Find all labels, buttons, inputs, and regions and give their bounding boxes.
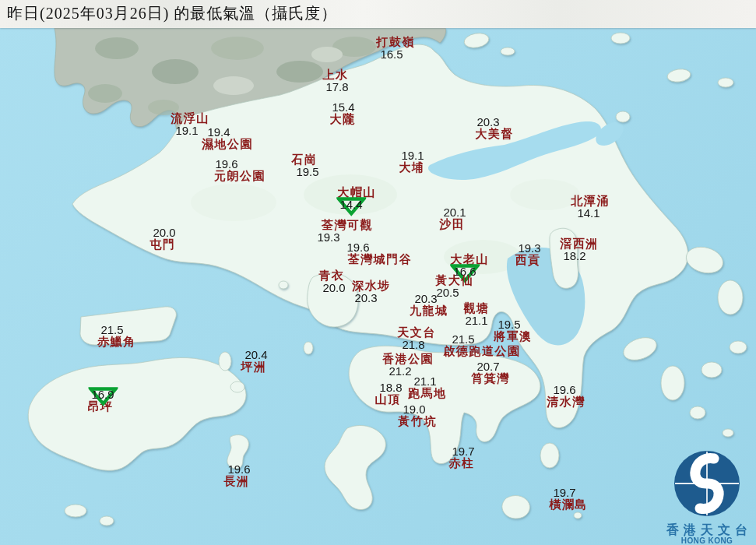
hko-logo: 香港天文台 HONG KONG OBSERVATORY [658,448,756,545]
hko-logo-chinese-text: 香港天文台 [658,523,756,536]
title-bar: 昨日(2025年03月26日) 的最低氣溫（攝氏度） [0,0,756,28]
lantau-island [28,357,246,470]
hko-min-temp-map-screen: 昨日(2025年03月26日) 的最低氣溫（攝氏度） 打鼓嶺16.5上水17.8… [0,0,756,545]
hko-emblem-icon [658,448,756,520]
hko-logo-english-text: HONG KONG OBSERVATORY [658,536,756,545]
page-title: 昨日(2025年03月26日) 的最低氣溫（攝氏度） [0,0,756,27]
hong-kong-map [0,0,756,545]
airport-island [80,307,176,345]
